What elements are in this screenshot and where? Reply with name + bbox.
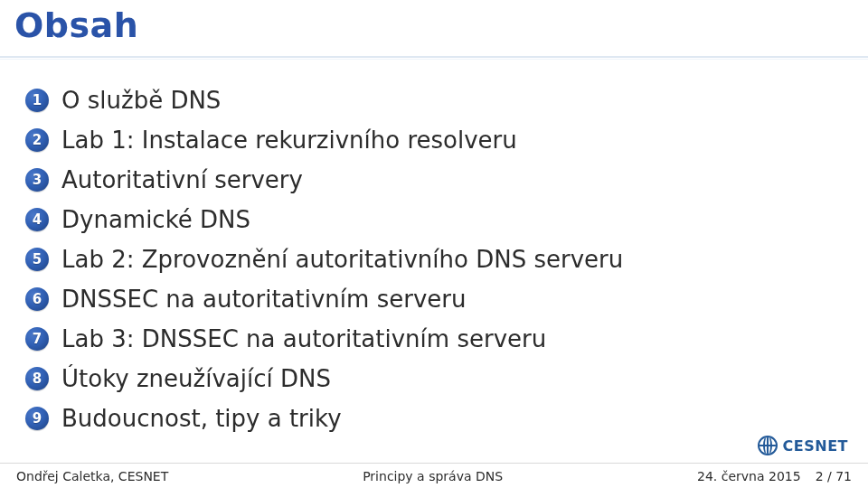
list-item: 5 Lab 2: Zprovoznění autoritativního DNS…: [25, 246, 854, 273]
list-item: 3 Autoritativní servery: [25, 166, 854, 193]
item-number-badge: 1: [25, 89, 49, 112]
item-label: Budoucnost, tipy a triky: [61, 405, 342, 432]
item-number-badge: 6: [25, 287, 49, 311]
list-item: 4 Dynamické DNS: [25, 206, 854, 233]
outline-list: 1 O službě DNS 2 Lab 1: Instalace rekurz…: [0, 58, 868, 432]
footer-page: 2 / 71: [816, 469, 852, 483]
slide: Obsah 1 O službě DNS 2 Lab 1: Instalace …: [0, 0, 868, 488]
list-item: 2 Lab 1: Instalace rekurzivního resolver…: [25, 127, 854, 154]
item-number-badge: 7: [25, 327, 49, 351]
item-label: Lab 2: Zprovoznění autoritativního DNS s…: [61, 246, 623, 273]
item-number-badge: 2: [25, 128, 49, 152]
footer-right: 24. června 2015 2 / 71: [697, 469, 868, 483]
item-label: O službě DNS: [61, 87, 221, 114]
title-bar: Obsah: [0, 0, 868, 58]
footer-date: 24. června 2015: [697, 469, 801, 483]
globe-icon: [758, 436, 778, 455]
item-number-badge: 3: [25, 168, 49, 192]
logo-text: CESNET: [783, 437, 848, 455]
item-label: Lab 1: Instalace rekurzivního resolveru: [61, 127, 517, 154]
org-logo: CESNET: [758, 436, 848, 455]
footer-bar: Ondřej Caletka, CESNET Principy a správa…: [0, 463, 868, 488]
item-number-badge: 8: [25, 367, 49, 390]
list-item: 8 Útoky zneužívající DNS: [25, 365, 854, 392]
list-item: 6 DNSSEC na autoritativním serveru: [25, 286, 854, 313]
list-item: 1 O službě DNS: [25, 87, 854, 114]
item-number-badge: 4: [25, 208, 49, 231]
item-label: Lab 3: DNSSEC na autoritativním serveru: [61, 325, 546, 352]
item-number-badge: 9: [25, 407, 49, 430]
list-item: 9 Budoucnost, tipy a triky: [25, 405, 854, 432]
footer-author: Ondřej Caletka, CESNET: [0, 469, 168, 483]
footer-title: Principy a správa DNS: [168, 469, 697, 483]
item-label: Útoky zneužívající DNS: [61, 365, 331, 392]
item-label: DNSSEC na autoritativním serveru: [61, 286, 466, 313]
item-label: Autoritativní servery: [61, 166, 303, 193]
list-item: 7 Lab 3: DNSSEC na autoritativním server…: [25, 325, 854, 352]
item-label: Dynamické DNS: [61, 206, 250, 233]
slide-title: Obsah: [14, 5, 854, 45]
item-number-badge: 5: [25, 248, 49, 271]
